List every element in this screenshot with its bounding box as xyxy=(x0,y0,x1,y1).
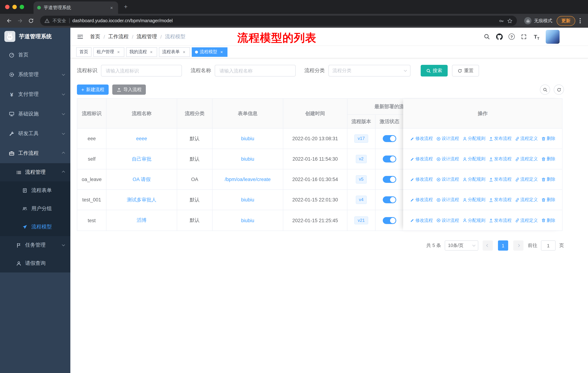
sidebar-item-home[interactable]: 首页 xyxy=(0,45,70,65)
close-icon[interactable] xyxy=(149,49,154,54)
close-window-button[interactable] xyxy=(5,5,10,9)
active-toggle[interactable] xyxy=(383,135,396,142)
version-tag[interactable]: v4 xyxy=(356,196,367,204)
action-definition-link[interactable]: 流程定义 xyxy=(515,135,538,142)
action-delete-link[interactable]: 删除 xyxy=(541,217,555,223)
version-tag[interactable]: v17 xyxy=(355,134,368,143)
sidebar-item-workflow[interactable]: 工作流程 xyxy=(0,143,70,163)
tag-my-process[interactable]: 我的流程 xyxy=(126,47,157,57)
tag-home[interactable]: 首页 xyxy=(76,47,92,57)
version-tag[interactable]: v21 xyxy=(355,216,368,225)
address-bar[interactable]: 不安全 dashboard.yudao.iocoder.cn/bpm/manag… xyxy=(40,16,517,26)
action-publish-link[interactable]: 发布流程 xyxy=(489,135,512,142)
bookmark-star-icon[interactable] xyxy=(507,18,513,23)
action-design-link[interactable]: 设计流程 xyxy=(436,176,459,182)
breadcrumb-workflow[interactable]: 工作流程 xyxy=(108,33,129,40)
show-search-button[interactable] xyxy=(540,84,550,95)
action-definition-link[interactable]: 流程定义 xyxy=(515,217,538,223)
search-icon[interactable] xyxy=(483,33,490,40)
action-definition-link[interactable]: 流程定义 xyxy=(515,176,538,182)
action-design-link[interactable]: 设计流程 xyxy=(436,197,459,203)
action-assign-rule-link[interactable]: 分配规则 xyxy=(462,197,485,203)
form-info-link[interactable]: biubiu xyxy=(241,197,254,202)
process-name-link[interactable]: 测试多审批人 xyxy=(127,197,156,202)
tag-process-model[interactable]: 流程模型 xyxy=(192,47,228,57)
action-definition-link[interactable]: 流程定义 xyxy=(515,156,538,162)
help-icon[interactable] xyxy=(509,33,515,40)
tag-tenant-manage[interactable]: 租户管理 xyxy=(93,47,124,57)
sidebar-item-leave-query[interactable]: 请假查询 xyxy=(0,254,70,272)
action-assign-rule-link[interactable]: 分配规则 xyxy=(462,135,485,142)
action-delete-link[interactable]: 删除 xyxy=(541,156,555,162)
action-delete-link[interactable]: 删除 xyxy=(541,176,555,182)
close-icon[interactable] xyxy=(116,49,121,54)
collapse-sidebar-icon[interactable] xyxy=(76,33,84,40)
browser-tab[interactable]: 芋道管理系统 xyxy=(33,1,118,14)
action-modify-link[interactable]: 修改流程 xyxy=(410,135,433,142)
prev-page-button[interactable] xyxy=(483,240,493,251)
process-name-link[interactable]: eeee xyxy=(136,136,147,141)
next-page-button[interactable] xyxy=(513,240,524,251)
page-1-button[interactable]: 1 xyxy=(498,240,508,251)
action-definition-link[interactable]: 流程定义 xyxy=(515,197,538,203)
process-name-link[interactable]: 滔博 xyxy=(137,217,147,223)
sidebar-item-process-form[interactable]: 流程表单 xyxy=(0,181,70,200)
goto-page-input[interactable] xyxy=(541,240,556,251)
action-modify-link[interactable]: 修改流程 xyxy=(410,197,433,203)
process-name-link[interactable]: 自己审批 xyxy=(132,156,151,161)
browser-menu-icon[interactable] xyxy=(577,18,584,23)
create-process-button[interactable]: 新建流程 xyxy=(77,84,109,95)
action-delete-link[interactable]: 删除 xyxy=(541,135,555,142)
fullscreen-icon[interactable] xyxy=(520,33,527,40)
action-publish-link[interactable]: 发布流程 xyxy=(489,217,512,223)
close-icon[interactable] xyxy=(181,49,187,54)
active-toggle[interactable] xyxy=(383,217,396,224)
refresh-table-button[interactable] xyxy=(554,84,564,95)
breadcrumb-process-manage[interactable]: 流程管理 xyxy=(137,33,157,40)
action-publish-link[interactable]: 发布流程 xyxy=(489,176,512,182)
sidebar-item-user-group[interactable]: 用户分组 xyxy=(0,200,70,218)
sidebar-item-payment[interactable]: ¥ 支付管理 xyxy=(0,84,70,104)
action-publish-link[interactable]: 发布流程 xyxy=(489,197,512,203)
process-name-link[interactable]: OA 请假 xyxy=(133,176,151,182)
category-select[interactable]: 流程分类 xyxy=(328,65,410,77)
update-button[interactable]: 更新 xyxy=(557,16,575,26)
search-button[interactable]: 搜索 xyxy=(421,65,448,77)
close-icon[interactable] xyxy=(219,49,224,54)
font-size-icon[interactable] xyxy=(533,33,540,40)
zoom-window-button[interactable] xyxy=(20,5,24,9)
sidebar-item-process-model[interactable]: 流程模型 xyxy=(0,218,70,236)
active-toggle[interactable] xyxy=(383,196,396,203)
tag-process-form[interactable]: 流程表单 xyxy=(159,47,190,57)
action-design-link[interactable]: 设计流程 xyxy=(436,156,459,162)
sidebar-item-process-manage[interactable]: 流程管理 xyxy=(0,163,70,181)
close-tab-icon[interactable] xyxy=(109,5,115,10)
sidebar-item-devtools[interactable]: 研发工具 xyxy=(0,124,70,143)
breadcrumb-home[interactable]: 首页 xyxy=(90,33,100,40)
action-assign-rule-link[interactable]: 分配规则 xyxy=(462,176,485,182)
active-toggle[interactable] xyxy=(383,176,396,183)
action-design-link[interactable]: 设计流程 xyxy=(436,135,459,142)
reload-button[interactable] xyxy=(26,16,36,26)
action-assign-rule-link[interactable]: 分配规则 xyxy=(462,156,485,162)
action-modify-link[interactable]: 修改流程 xyxy=(410,176,433,182)
action-assign-rule-link[interactable]: 分配规则 xyxy=(462,217,485,223)
form-info-link[interactable]: /bpm/oa/leave/create xyxy=(225,177,271,182)
version-tag[interactable]: v5 xyxy=(356,175,367,184)
form-info-link[interactable]: biubiu xyxy=(241,156,254,162)
action-publish-link[interactable]: 发布流程 xyxy=(489,156,512,162)
process-name-input[interactable] xyxy=(215,65,296,77)
page-size-select[interactable]: 10条/页 xyxy=(445,240,478,251)
import-process-button[interactable]: 导入流程 xyxy=(112,84,146,95)
sidebar-item-infrastructure[interactable]: 基础设施 xyxy=(0,104,70,124)
version-tag[interactable]: v2 xyxy=(356,155,367,163)
action-modify-link[interactable]: 修改流程 xyxy=(410,217,433,223)
sidebar-item-system[interactable]: 系统管理 xyxy=(0,65,70,84)
action-design-link[interactable]: 设计流程 xyxy=(436,217,459,223)
action-modify-link[interactable]: 修改流程 xyxy=(410,156,433,162)
password-key-icon[interactable] xyxy=(499,18,504,23)
reset-button[interactable]: 重置 xyxy=(452,65,479,77)
form-info-link[interactable]: biubiu xyxy=(241,218,254,223)
active-toggle[interactable] xyxy=(383,156,396,162)
url-text[interactable]: dashboard.yudao.iocoder.cn/bpm/manager/m… xyxy=(72,18,173,23)
